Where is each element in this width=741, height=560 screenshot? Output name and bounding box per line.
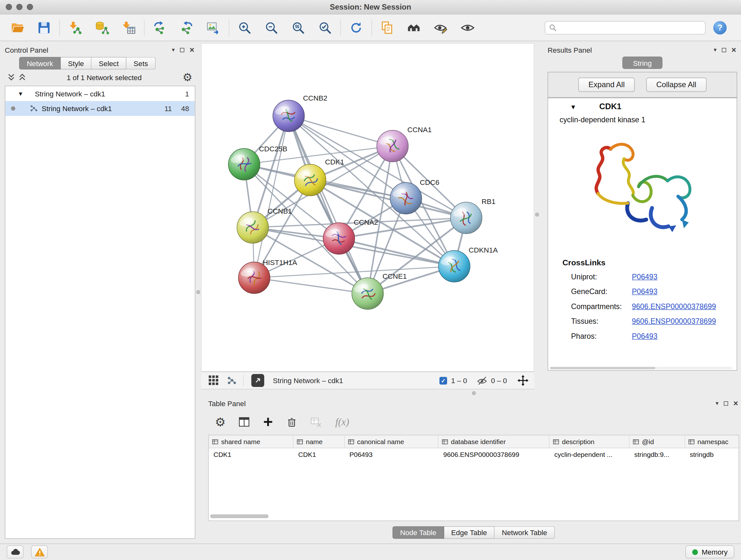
expand-all-networks-icon[interactable] — [8, 73, 15, 81]
zoom-selected-button[interactable] — [317, 18, 334, 37]
network-node-CCNE1[interactable] — [352, 278, 384, 309]
tab-sets[interactable]: Sets — [126, 57, 156, 70]
import-table-button[interactable] — [120, 18, 138, 37]
horizontal-splitter-handle[interactable] — [472, 391, 476, 395]
panel-splitter[interactable] — [201, 389, 741, 396]
column-header[interactable]: namespac — [685, 435, 739, 448]
tab-network[interactable]: Network — [19, 57, 61, 70]
collapse-triangle-icon[interactable]: ▼ — [18, 91, 23, 97]
crosslink-link[interactable]: P06493 — [632, 328, 657, 344]
zoom-out-button[interactable] — [263, 18, 280, 37]
birds-eye-view-button[interactable] — [406, 18, 423, 37]
close-panel-icon[interactable]: × — [733, 399, 738, 408]
table-row[interactable]: CDK1 CDK1 P06493 9606.ENSP00000378699 cy… — [209, 448, 739, 461]
expand-all-button[interactable]: Expand All — [579, 78, 635, 92]
cell-name: CDK1 — [293, 448, 345, 461]
detach-view-button[interactable] — [252, 374, 265, 387]
float-panel-icon[interactable] — [724, 401, 728, 406]
show-hide-button[interactable] — [459, 18, 476, 37]
export-image-button[interactable] — [205, 18, 222, 37]
crosslink-link[interactable]: 9606.ENSP00000378699 — [632, 299, 716, 314]
column-header[interactable]: name — [293, 435, 345, 448]
search-input[interactable] — [560, 23, 701, 32]
import-network-file-button[interactable] — [67, 18, 84, 37]
horizontal-scrollbar[interactable] — [210, 514, 269, 518]
collapse-all-button[interactable]: Collapse All — [646, 78, 706, 92]
edge-count: 48 — [172, 105, 189, 113]
crosslink-link[interactable]: 9606.ENSP00000378699 — [632, 314, 716, 329]
collapse-all-networks-icon[interactable] — [19, 73, 26, 81]
panel-menu-icon[interactable]: ▾ — [172, 47, 175, 53]
network-node-CDC25B[interactable] — [228, 148, 260, 180]
horizontal-scrollbar[interactable] — [550, 367, 732, 369]
close-panel-icon[interactable]: × — [190, 46, 194, 54]
tab-node-table[interactable]: Node Table — [393, 526, 444, 539]
collapse-triangle-icon[interactable]: ▼ — [570, 104, 576, 110]
network-overview-button[interactable] — [225, 374, 239, 387]
help-button[interactable]: ? — [713, 21, 727, 34]
cloud-services-button[interactable] — [7, 546, 23, 559]
tab-select[interactable]: Select — [91, 57, 126, 70]
hidden-eye-icon[interactable] — [476, 376, 487, 385]
open-session-button[interactable] — [9, 18, 26, 37]
column-header[interactable]: database identifier — [439, 435, 549, 448]
snapshot-button[interactable] — [379, 18, 396, 37]
document-copy-icon — [380, 20, 394, 35]
crosslink-label: Tissues: — [571, 314, 632, 329]
create-column-plus-icon[interactable] — [263, 417, 273, 427]
panel-menu-icon[interactable]: ▾ — [716, 400, 719, 406]
birdseye-toggle-button[interactable] — [207, 374, 220, 387]
panel-menu-icon[interactable]: ▾ — [714, 47, 717, 53]
close-panel-icon[interactable]: × — [731, 46, 736, 54]
column-header[interactable]: @id — [630, 435, 685, 448]
float-panel-icon[interactable] — [722, 48, 726, 52]
vertical-splitter-handle[interactable] — [535, 212, 539, 216]
network-graph[interactable]: CCNB2CCNA1CDC25BCDK1CDC6RB1CCNB1CCNA2CDK… — [202, 44, 535, 372]
network-node-CCNA1[interactable] — [377, 130, 408, 162]
selected-count: 1 – 0 — [451, 376, 467, 385]
network-row[interactable]: String Network – cdk1 11 48 — [5, 101, 195, 116]
float-panel-icon[interactable] — [180, 48, 185, 52]
vertical-splitter-handle[interactable] — [196, 290, 200, 294]
network-node-CDKN1A[interactable] — [439, 251, 470, 282]
export-network-button[interactable] — [178, 18, 195, 37]
column-edit-icon — [633, 438, 639, 445]
selected-elements-checkbox[interactable]: ✓ — [440, 377, 447, 384]
zoom-fit-button[interactable] — [290, 18, 307, 37]
crosslink-link[interactable]: P06493 — [632, 269, 657, 284]
memory-button[interactable]: Memory — [685, 546, 734, 559]
warnings-button[interactable] — [31, 546, 48, 559]
zoom-in-button[interactable] — [236, 18, 253, 37]
refresh-view-button[interactable] — [347, 18, 365, 37]
tab-edge-table[interactable]: Edge Table — [444, 526, 495, 539]
column-header[interactable]: description — [549, 435, 630, 448]
network-collection-row[interactable]: ▼ String Network – cdk1 1 — [5, 86, 195, 101]
network-node-RB1[interactable] — [451, 202, 482, 234]
delete-column-trash-icon[interactable] — [286, 416, 298, 428]
show-columns-icon[interactable] — [239, 416, 250, 428]
protein-card-header[interactable]: ▼ CDK1 — [548, 98, 737, 116]
crosslink-label: GeneCard: — [571, 284, 632, 299]
crosslink-link[interactable]: P06493 — [632, 284, 657, 299]
network-node-CDK1[interactable] — [294, 165, 326, 196]
network-node-CCNB2[interactable] — [273, 100, 305, 132]
tab-network-table[interactable]: Network Table — [495, 526, 555, 539]
save-session-button[interactable] — [36, 18, 53, 37]
move-crosshair-icon[interactable] — [518, 375, 529, 386]
network-node-CCNB1[interactable] — [237, 212, 269, 243]
column-header[interactable]: canonical name — [345, 435, 439, 448]
network-canvas[interactable]: CCNB2CCNA1CDC25BCDK1CDC6RB1CCNB1CCNA2CDK… — [201, 43, 534, 372]
table-options-gear-icon[interactable]: ⚙ — [215, 416, 226, 428]
crosslink-row: GeneCard: P06493 — [548, 284, 737, 299]
import-network-database-button[interactable] — [93, 18, 111, 37]
network-node-CCNA2[interactable] — [323, 223, 355, 254]
crosslink-label: Uniprot: — [571, 269, 632, 284]
network-node-HIST1H1A[interactable] — [239, 262, 270, 294]
column-header[interactable]: shared name — [209, 435, 293, 448]
tab-style[interactable]: Style — [61, 57, 92, 70]
network-options-gear-icon[interactable]: ⚙ — [183, 71, 192, 83]
network-node-CDC6[interactable] — [390, 183, 422, 214]
new-network-from-selection-button[interactable] — [151, 18, 169, 37]
tab-string[interactable]: String — [623, 57, 663, 69]
toggle-annotation-visibility-button[interactable] — [432, 18, 450, 37]
